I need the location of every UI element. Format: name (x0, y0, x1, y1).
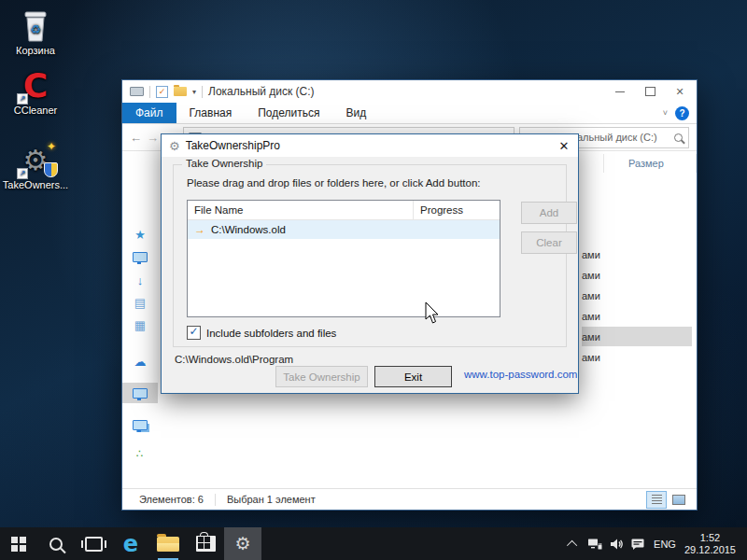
close-button[interactable]: ✕ (665, 80, 695, 103)
action-center-button[interactable] (627, 538, 648, 551)
sidebar-item-this-pc[interactable] (122, 383, 158, 403)
clock[interactable]: 1:52 29.12.2015 (684, 532, 736, 556)
sidebar-item-pictures[interactable]: ▦ (122, 315, 158, 335)
taskbar-search-button[interactable] (37, 527, 75, 560)
list-view-icon (652, 495, 662, 504)
current-path-status: C:\Windows.old\Program (175, 354, 293, 365)
thumbnail-view-icon (672, 495, 685, 505)
taskbar-edge-button[interactable]: e (112, 527, 149, 560)
sidebar-item-onedrive[interactable]: ☁ (122, 351, 158, 371)
system-tray: ENG 1:52 29.12.2015 (562, 527, 747, 560)
show-hidden-icons-button[interactable] (562, 540, 584, 548)
thumbnails-view-button[interactable] (669, 491, 689, 509)
back-icon[interactable]: ← (130, 132, 142, 144)
tab-share[interactable]: Поделиться (245, 103, 332, 123)
takeownership-icon: ⚙ ✦ ↗ (2, 142, 69, 179)
start-button[interactable] (0, 527, 37, 560)
homegroup-icon: ∴ (136, 447, 145, 460)
desktop: ♻ Корзина C ↗ CCleaner ⚙ ✦ ↗ TakeOwners.… (0, 0, 747, 560)
action-center-icon (630, 538, 645, 551)
sidebar-item-quick-access[interactable]: ★ (122, 224, 158, 245)
network-icon (133, 420, 148, 430)
taskbar-store-button[interactable] (187, 527, 224, 560)
file-list-row[interactable]: → C:\Windows.old (188, 220, 500, 239)
file-row-fragment[interactable]: ами (582, 306, 692, 326)
file-row-fragment-selected[interactable]: ами (582, 327, 692, 346)
windows-logo-icon (11, 537, 26, 552)
qat-new-folder-icon[interactable] (174, 87, 187, 96)
task-view-icon (85, 537, 103, 552)
website-link[interactable]: www.top-password.com (464, 369, 577, 380)
edge-icon: e (123, 533, 138, 555)
file-row-fragment[interactable]: ами (582, 265, 692, 285)
file-list[interactable]: File Name Progress → C:\Windows.old (187, 200, 500, 317)
column-file-name[interactable]: File Name (188, 201, 413, 219)
language-indicator[interactable]: ENG (654, 539, 676, 550)
gear-icon: ⚙ (234, 533, 250, 554)
chevron-up-icon (567, 539, 577, 550)
explorer-titlebar: ✓ ▾ Локальный диск (C:) ✕ (122, 80, 697, 103)
dialog-title: TakeOwnershipPro (186, 139, 280, 152)
folder-icon (157, 537, 179, 552)
monitor-icon (133, 252, 148, 262)
search-icon (49, 538, 63, 551)
taskbar-takeownershippro-button[interactable]: ⚙ (224, 527, 261, 560)
dialog-close-button[interactable]: ✕ (550, 134, 578, 157)
star-icon: ★ (134, 228, 146, 242)
svg-text:♻: ♻ (30, 22, 41, 36)
take-ownership-groupbox: Take Ownership Please drag and drop file… (173, 164, 567, 347)
qat-dropdown-icon[interactable]: ▾ (192, 88, 196, 96)
forward-icon[interactable]: → (147, 132, 159, 144)
recycle-bin-icon: ♻ (2, 7, 69, 45)
clear-button[interactable]: Clear (521, 231, 577, 254)
minimize-button[interactable] (605, 80, 635, 103)
desktop-icon-takeownershippro[interactable]: ⚙ ✦ ↗ TakeOwners... (2, 142, 69, 190)
ribbon-collapse-icon[interactable]: ˅ (663, 108, 668, 118)
app-gear-icon: ⚙ (169, 139, 180, 153)
desktop-icon-recycle-bin[interactable]: ♻ Корзина (2, 7, 69, 56)
document-icon: ▤ (134, 296, 146, 310)
file-row-fragment[interactable]: ами (582, 286, 692, 305)
sparkle-icon: ✦ (47, 140, 56, 153)
tab-home[interactable]: Главная (176, 103, 246, 123)
file-row-fragment[interactable]: ами (582, 245, 692, 264)
sidebar-item-desktop[interactable] (122, 246, 158, 267)
tab-file[interactable]: Файл (122, 103, 176, 123)
details-view-button[interactable] (646, 491, 667, 509)
shortcut-arrow-icon: ↗ (17, 168, 28, 179)
takeownershippro-dialog: ⚙ TakeOwnershipPro ✕ Take Ownership Plea… (161, 133, 579, 394)
sidebar-item-homegroup[interactable]: ∴ (122, 443, 158, 464)
sidebar-item-network[interactable] (122, 414, 158, 435)
sidebar-item-documents[interactable]: ▤ (122, 292, 158, 313)
store-icon (196, 536, 216, 552)
download-icon: ↓ (137, 273, 144, 287)
search-icon (674, 133, 683, 142)
maximize-button[interactable] (635, 80, 665, 103)
network-icon (587, 538, 602, 551)
task-view-button[interactable] (75, 527, 112, 560)
tab-view[interactable]: Вид (332, 103, 379, 123)
take-ownership-button[interactable]: Take Ownership (275, 366, 368, 387)
speaker-icon (609, 538, 624, 551)
desktop-icon-ccleaner[interactable]: C ↗ CCleaner (2, 67, 69, 116)
add-button[interactable]: Add (521, 202, 577, 224)
column-progress[interactable]: Progress (413, 201, 500, 219)
taskbar-explorer-button[interactable] (149, 527, 187, 560)
sidebar-item-downloads[interactable]: ↓ (122, 270, 158, 290)
help-icon[interactable]: ? (675, 106, 689, 120)
volume-tray-button[interactable] (605, 538, 627, 551)
exit-button[interactable]: Exit (374, 366, 452, 387)
qat-properties-icon[interactable]: ✓ (156, 86, 168, 98)
column-header-size[interactable]: Размер (603, 154, 697, 173)
checkbox[interactable]: ✓ (187, 326, 201, 340)
clock-time: 1:52 (684, 532, 736, 544)
file-row-fragment[interactable]: ами (582, 347, 692, 367)
include-subfolders-checkbox-row: ✓ Include subfolders and files (187, 326, 336, 340)
drive-icon (130, 87, 144, 96)
clock-date: 29.12.2015 (684, 544, 736, 556)
ccleaner-icon: C ↗ (2, 67, 69, 105)
file-list-header: File Name Progress (188, 201, 500, 220)
cloud-icon: ☁ (134, 355, 147, 369)
shortcut-arrow-icon: ↗ (17, 93, 28, 105)
network-tray-button[interactable] (584, 538, 605, 551)
